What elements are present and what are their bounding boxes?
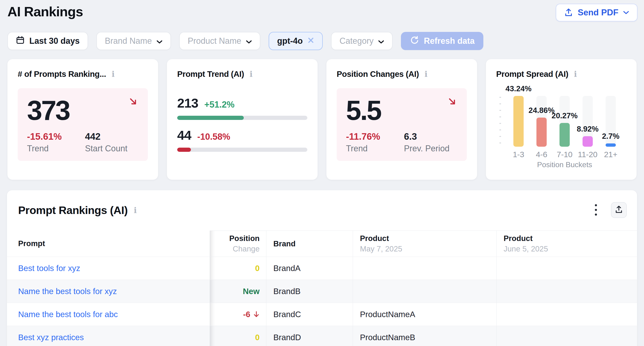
brand-name-dropdown[interactable]: Brand Name [96,32,171,50]
col-sublabel: Change [232,244,260,253]
brand-cell: BrandB [273,287,300,296]
card-title: Prompt Spread (AI) [496,70,568,79]
bar-category-label: 4-6 [536,150,547,159]
y-axis-ticks [500,97,501,146]
product-may-cell: ProductNameB [360,333,415,342]
bar-category-label: 21+ [604,150,618,159]
bar-bucket-4-6: 24.86% 4-6 [536,96,547,147]
date-range-button[interactable]: Last 30 days [8,32,88,50]
trend-down-value: 44 [177,128,191,143]
info-icon[interactable]: i [424,70,428,79]
card-prompts-ranking: # of Prompts Ranking... i 373 -15.61% Tr… [8,59,158,180]
col-sublabel: June 5, 2025 [504,244,548,253]
table-row: Name the best tools for xyz New BrandB [7,280,637,303]
filter-chip-label: gpt-4o [277,36,303,46]
category-dropdown[interactable]: Category [331,32,392,50]
bar-value-label: 24.86% [528,106,554,115]
chevron-down-icon [246,36,252,46]
product-name-label: Product Name [188,36,241,46]
close-icon[interactable] [307,36,314,46]
refresh-data-button[interactable]: Refresh data [401,32,483,50]
info-icon[interactable]: i [574,70,577,79]
down-arrow-icon [253,311,260,318]
trend-row-up: 213 +51.2% [177,96,307,110]
topbar: AI Rankings Send PDF [0,0,644,28]
prev-period-label: Prev. Period [404,144,449,154]
filter-chip-gpt-4o[interactable]: gpt-4o [269,32,323,50]
info-icon[interactable]: i [112,70,114,79]
brand-cell: BrandD [273,333,301,342]
metric-panel: 373 -15.61% Trend 442 Start Count [18,88,148,161]
chevron-down-icon [156,36,162,46]
metric-value: 5.5 [346,96,458,125]
metric-value: 373 [27,96,138,125]
refresh-icon [410,36,419,47]
trend-row-down: 44 -10.58% [177,128,307,143]
trend-value: -11.76% [346,131,404,142]
info-icon[interactable]: i [250,70,252,79]
upload-icon [564,8,573,17]
bar-value-label: 20.27% [552,111,578,120]
progress-fill-up [177,116,244,120]
send-pdf-label: Send PDF [578,8,618,18]
chevron-down-icon [623,11,629,14]
bar-fill[interactable] [582,136,593,147]
bar-value-label: 2.7% [602,132,619,141]
prompt-link[interactable]: Best tools for xyz [18,264,80,273]
bar-bucket-21plus: 2.7% 21+ [606,96,616,147]
bar-fill[interactable] [514,96,524,147]
card-title: Position Changes (AI) [337,70,419,79]
bar-value-label: 8.92% [577,124,598,134]
send-pdf-button[interactable]: Send PDF [556,4,638,22]
info-icon[interactable]: i [134,206,137,215]
table-header-row: Prompt Position Change Brand Product May… [7,230,637,256]
change-text: New [243,287,260,296]
category-label: Category [340,36,374,46]
product-name-dropdown[interactable]: Product Name [179,32,260,50]
col-label: Product [504,234,548,243]
col-header-product-june[interactable]: Product June 5, 2025 [496,230,637,256]
bar-bucket-11-20: 8.92% 11-20 [582,96,593,147]
bar-fill[interactable] [536,118,547,147]
col-label: Position [229,234,260,243]
bar-category-label: 1-3 [513,150,524,159]
chevron-down-icon [378,36,384,46]
card-prompt-spread: Prompt Spread (AI) i 43.24% 1-3 24.86% 4… [486,59,636,180]
col-header-product-may[interactable]: Product May 7, 2025 [353,230,496,256]
prompt-link[interactable]: Name the best tools for xyz [18,287,117,296]
product-may-cell: ProductNameA [360,310,415,319]
table-title: Prompt Rankings (AI) [18,204,128,216]
kpi-cards-row: # of Prompts Ranking... i 373 -15.61% Tr… [8,59,636,180]
col-header-brand[interactable]: Brand [266,230,353,256]
col-label: Prompt [18,239,45,248]
table-row: Best xyz practices 0 BrandD ProductNameB [7,326,637,346]
x-axis-title: Position Buckets [514,160,616,169]
prev-period-value: 6.3 [404,131,449,142]
bar-category-label: 7-10 [557,150,572,159]
col-header-position-change[interactable]: Position Change [210,230,266,256]
calendar-icon [16,36,25,46]
more-options-kebab-icon[interactable] [592,202,599,218]
progress-fill-down [177,148,191,152]
change-text: -6 [243,310,250,319]
prompt-link[interactable]: Name the best tools for abc [18,310,118,319]
trend-label: Trend [27,144,85,154]
col-header-prompt[interactable]: Prompt [7,230,210,256]
date-range-label: Last 30 days [29,36,80,46]
bar-fill[interactable] [606,144,616,147]
export-button[interactable] [611,202,627,218]
col-sublabel: May 7, 2025 [360,244,402,253]
trend-value: -15.61% [27,131,85,142]
bar-value-label: 43.24% [506,84,532,93]
trend-down-right-arrow-icon [128,97,138,107]
table-row: Name the best tools for abc -6 BrandC Pr… [7,303,637,326]
trend-label: Trend [346,144,404,154]
card-prompt-trend: Prompt Trend (AI) i 213 +51.2% 44 -10.58… [167,59,318,180]
filter-bar: Last 30 days Brand Name Product Name gpt… [8,32,483,50]
prompt-spread-bar-chart: 43.24% 1-3 24.86% 4-6 20.27% 7-10 [514,96,616,147]
progress-bar-down [177,148,307,152]
trend-down-right-arrow-icon [447,97,457,107]
card-title: # of Prompts Ranking... [18,70,106,79]
prompt-link[interactable]: Best xyz practices [18,333,84,342]
bar-fill[interactable] [560,123,570,147]
